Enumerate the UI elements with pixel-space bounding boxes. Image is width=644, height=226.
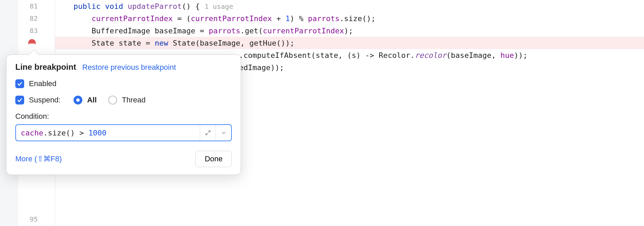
- line-number: 81: [30, 2, 55, 10]
- code-line-breakpoint: State state = new State(baseImage, getHu…: [0, 37, 644, 49]
- suspend-all-radio[interactable]: [74, 96, 82, 104]
- line-number: 95: [30, 215, 38, 223]
- condition-label: Condition:: [15, 112, 232, 121]
- popup-title: Line breakpoint: [15, 62, 76, 72]
- condition-input[interactable]: cache.size() > 1000: [16, 125, 200, 141]
- enabled-label: Enabled: [29, 79, 57, 88]
- condition-input-wrap: cache.size() > 1000: [15, 124, 232, 141]
- suspend-label: Suspend:: [29, 96, 61, 104]
- check-icon: [17, 81, 23, 87]
- radio-thread-label: Thread: [122, 96, 146, 104]
- enabled-checkbox[interactable]: [15, 79, 24, 88]
- breakpoint-popup: Line breakpoint Restore previous breakpo…: [6, 54, 241, 175]
- line-number: 83: [30, 27, 55, 35]
- suspend-row: Suspend: All Thread: [15, 96, 232, 104]
- gutter[interactable]: [0, 37, 55, 49]
- popup-header: Line breakpoint Restore previous breakpo…: [15, 62, 232, 72]
- code-line: 83 BufferedImage baseImage = parrots.get…: [0, 25, 644, 37]
- suspend-checkbox[interactable]: [15, 96, 24, 104]
- code-text[interactable]: BufferedImage baseImage = parrots.get(cu…: [55, 27, 353, 35]
- gutter[interactable]: 82: [0, 12, 55, 25]
- usage-hint[interactable]: 1 usage: [200, 2, 233, 11]
- gutter[interactable]: 81: [0, 0, 55, 12]
- code-line: 81 public void updateParrot() {1 usage: [0, 0, 644, 12]
- done-button[interactable]: Done: [195, 151, 232, 167]
- code-text[interactable]: public void updateParrot() {1 usage: [55, 2, 233, 11]
- check-icon: [17, 97, 23, 103]
- line-number: 82: [30, 14, 55, 22]
- enabled-row: Enabled: [15, 79, 232, 88]
- code-text[interactable]: currentParrotIndex = (currentParrotIndex…: [55, 14, 375, 23]
- more-link[interactable]: More (⇧⌘F8): [15, 155, 62, 163]
- code-line: 82 currentParrotIndex = (currentParrotIn…: [0, 12, 644, 25]
- popup-footer: More (⇧⌘F8) Done: [15, 151, 232, 167]
- radio-all-label: All: [87, 96, 97, 104]
- breakpoint-icon[interactable]: [28, 39, 36, 47]
- gutter[interactable]: 83: [0, 25, 55, 37]
- expand-icon[interactable]: [200, 125, 215, 141]
- code-text[interactable]: State state = new State(baseImage, getHu…: [55, 39, 294, 47]
- restore-breakpoint-link[interactable]: Restore previous breakpoint: [82, 63, 176, 72]
- suspend-thread-radio[interactable]: [108, 96, 117, 104]
- chevron-down-icon[interactable]: [215, 125, 231, 141]
